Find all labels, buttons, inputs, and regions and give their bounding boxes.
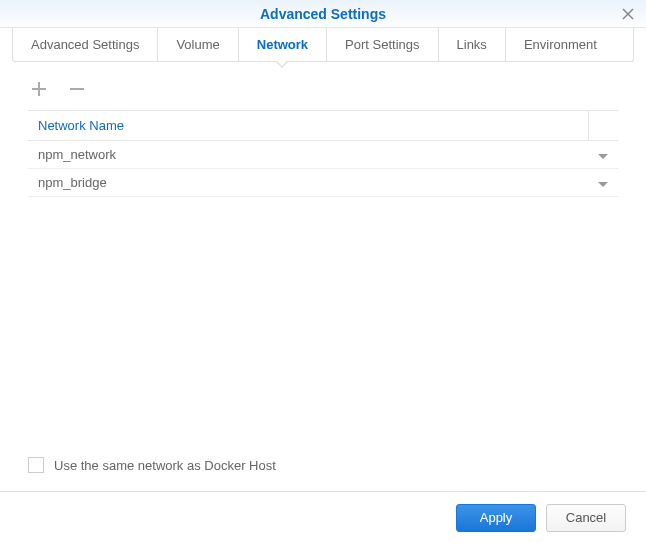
plus-icon [31,81,47,97]
tab-label: Links [457,37,487,52]
minus-icon [69,81,85,97]
tab-label: Environment [524,37,597,52]
tab-volume[interactable]: Volume [158,28,238,61]
dialog-header: Advanced Settings [0,0,646,28]
chevron-down-icon [598,182,608,187]
network-name-cell: npm_network [28,141,588,169]
table-row[interactable]: npm_network [28,141,618,169]
tab-port-settings[interactable]: Port Settings [327,28,438,61]
tab-label: Port Settings [345,37,419,52]
network-name-cell: npm_bridge [28,169,588,197]
docker-host-checkbox[interactable] [28,457,44,473]
dialog-title: Advanced Settings [260,6,386,22]
tab-links[interactable]: Links [439,28,506,61]
network-table: Network Name npm_network npm_bridge [28,110,618,197]
tab-label: Volume [176,37,219,52]
add-button[interactable] [30,80,48,98]
button-label: Apply [480,510,513,525]
tab-bar: Advanced Settings Volume Network Port Se… [12,28,634,62]
tab-label: Network [257,37,308,52]
table-row[interactable]: npm_bridge [28,169,618,197]
row-dropdown[interactable] [588,141,618,169]
tab-network[interactable]: Network [239,28,327,61]
cancel-button[interactable]: Cancel [546,504,626,532]
table-header-row: Network Name [28,111,618,141]
column-spacer [588,111,618,141]
dialog-footer: Apply Cancel [0,491,646,543]
docker-host-label: Use the same network as Docker Host [54,458,276,473]
docker-host-checkbox-row: Use the same network as Docker Host [28,457,276,473]
toolbar [0,62,646,110]
chevron-down-icon [598,154,608,159]
tab-environment[interactable]: Environment [506,28,615,61]
apply-button[interactable]: Apply [456,504,536,532]
button-label: Cancel [566,510,606,525]
close-icon [622,8,634,20]
tab-label: Advanced Settings [31,37,139,52]
tab-advanced-settings[interactable]: Advanced Settings [13,28,158,61]
close-button[interactable] [620,6,636,22]
row-dropdown[interactable] [588,169,618,197]
remove-button[interactable] [68,80,86,98]
column-network-name[interactable]: Network Name [28,111,588,141]
